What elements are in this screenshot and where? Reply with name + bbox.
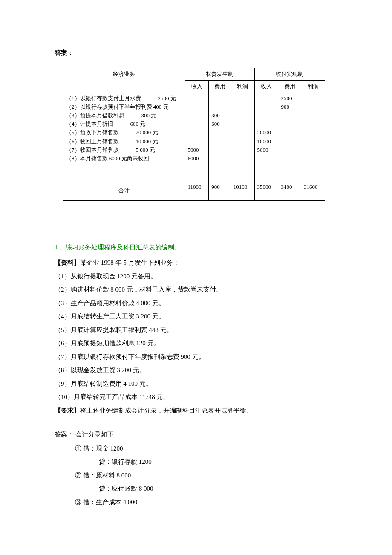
cell-value [281, 137, 298, 146]
biz-line: （1）以银行存款支付上月水费2500 元 [66, 94, 182, 103]
cell-value [304, 103, 322, 111]
col-header-profit-a: 利润 [231, 81, 254, 93]
cell-value [233, 120, 252, 128]
cell-value [281, 111, 298, 120]
cell-value [257, 120, 276, 128]
exercise-item: （4）月底结转生产工人工资 3 200 元。 [55, 310, 337, 323]
cell-value [211, 94, 228, 103]
cell-value: 5000 [257, 146, 276, 154]
cell-value [211, 137, 228, 146]
cell-value [211, 146, 228, 154]
biz-amount: 600 元 [130, 120, 146, 128]
col-header-expense-a: 费用 [209, 81, 231, 93]
cell-value [211, 103, 228, 111]
total-a-expense: 900 [209, 181, 231, 201]
biz-line: （2）以银行存款预付下半年报刊费 400 元 [66, 103, 182, 111]
biz-amount: 5 000 元 [136, 146, 156, 154]
biz-desc: （2）以银行存款预付下半年报刊费 400 元 [66, 103, 169, 111]
col-group-cash: 收付实现制 [254, 68, 325, 81]
biz-desc: （5）预收下月销售款 [66, 128, 119, 137]
comparison-table: 经济业务 权责发生制 收付实现制 收入 费用 利润 收入 费用 利润 （1）以银… [63, 68, 325, 201]
total-c-income: 35000 [254, 181, 278, 201]
cell-value [304, 154, 322, 163]
cell-value [211, 128, 228, 137]
cell-value [188, 111, 206, 120]
material-label: 【资料】 [55, 259, 80, 266]
biz-line: （4）计提本月折旧600 元 [66, 120, 182, 128]
exercise-title: 1 、练习账务处理程序及科目汇总表的编制。 [55, 241, 337, 254]
cell-value [233, 103, 252, 111]
biz-amount: 300 元 [141, 111, 157, 120]
cell-value [233, 146, 252, 154]
exercise-item: （9）月底结转制造费用 4 100 元。 [55, 378, 337, 390]
cell-value [188, 128, 206, 137]
biz-line: （5）预收下月销售款20 000 元 [66, 128, 182, 137]
biz-line: （3）预提本月借款利息300 元 [66, 111, 182, 120]
requirement-text: 将上述业务编制成会计分录，并编制科目汇总表并试算平衡。 [80, 407, 253, 414]
cell-value [233, 94, 252, 103]
exercise-item: （2）购进材料价款 8 000 元，材料已入库，货款尚未支付。 [55, 283, 337, 296]
journal-credit: 贷：银行存款 1200 [99, 456, 337, 468]
biz-desc: （7）收回本月销售款 [66, 146, 119, 154]
cell-value: 2500 [281, 94, 298, 103]
cell-value: 5000 [188, 146, 206, 154]
cell-value [211, 154, 228, 163]
cell-value [233, 111, 252, 120]
col-group-accrual: 权责发生制 [185, 68, 254, 81]
cell-value [304, 111, 322, 120]
col-header-income-a: 收入 [185, 81, 209, 93]
total-a-profit: 10100 [231, 181, 254, 201]
material-line: 【资料】某企业 1998 年 5 月发生下列业务： [55, 257, 337, 269]
cell-value [304, 94, 322, 103]
cell-value [257, 94, 276, 103]
cell-value [257, 103, 276, 111]
journal-debit: ② 借：原材料 8 000 [75, 469, 337, 482]
biz-line: （7）收回本月销售款5 000 元 [66, 146, 182, 154]
exercise-title-num: 1 、 [55, 244, 66, 251]
journal-credit: 贷：应付账款 8 000 [99, 483, 337, 495]
cell-value [304, 137, 322, 146]
table-data-row: （1）以银行存款支付上月水费2500 元（2）以银行存款预付下半年报刊费 400… [63, 93, 325, 181]
material-text: 某企业 1998 年 5 月发生下列业务： [80, 259, 179, 266]
cell-value: 10000 [257, 137, 276, 146]
col-header-expense-c: 费用 [278, 81, 301, 93]
cell-value: 300 [211, 111, 228, 120]
biz-desc: （6）收回上月销售款 [66, 137, 119, 146]
cell-value [188, 103, 206, 111]
requirement-line: 【要求】将上述业务编制成会计分录，并编制科目汇总表并试算平衡。 [55, 405, 337, 417]
col-header-profit-c: 利润 [301, 81, 325, 93]
answer2-label: 答案： 会计分录如下 [55, 428, 337, 441]
exercise-item: （5）月底计算应提取职工福利费 448 元。 [55, 324, 337, 336]
exercise-item: （1）从银行提取现金 1200 元备用。 [55, 270, 337, 283]
cell-value [281, 146, 298, 154]
cell-value [304, 128, 322, 137]
cell-value [257, 111, 276, 120]
cell-value [257, 154, 276, 163]
exercise-item: （6）月底预提短期借款利息 120 元。 [55, 337, 337, 350]
cell-value [304, 146, 322, 154]
cell-value: 6000 [188, 154, 206, 163]
journal-debit: ③ 借：生产成本 4 000 [75, 496, 337, 509]
cell-value [188, 137, 206, 146]
total-c-profit: 31600 [301, 181, 325, 201]
exercise-item: （3）生产产品领用材料价款 4 000 元。 [55, 297, 337, 309]
cell-value [188, 120, 206, 128]
biz-desc: （3）预提本月借款利息 [66, 111, 124, 120]
cell-value [233, 154, 252, 163]
cell-value: 600 [211, 120, 228, 128]
requirement-label: 【要求】 [55, 407, 80, 414]
cell-value [281, 120, 298, 128]
biz-desc: （1）以银行存款支付上月水费 [66, 94, 141, 103]
col-header-business: 经济业务 [63, 68, 185, 93]
biz-desc: （8）本月销售款 6000 元尚未收回 [66, 154, 149, 163]
cell-value [233, 128, 252, 137]
cell-value [188, 94, 206, 103]
total-a-income: 11000 [185, 181, 209, 201]
cell-value [281, 154, 298, 163]
exercise-item: （7）月底以银行存款预付下年度报刊杂志费 900 元。 [55, 351, 337, 363]
cell-value [281, 128, 298, 137]
exercise-item: （10）月底结转完工产品成本 11748 元。 [55, 391, 337, 403]
exercise-item: （8）以现金发放工资 3 200 元。 [55, 364, 337, 376]
journal-debit: ① 借：现金 1200 [75, 442, 337, 455]
answer-label: 答案： [55, 47, 337, 59]
